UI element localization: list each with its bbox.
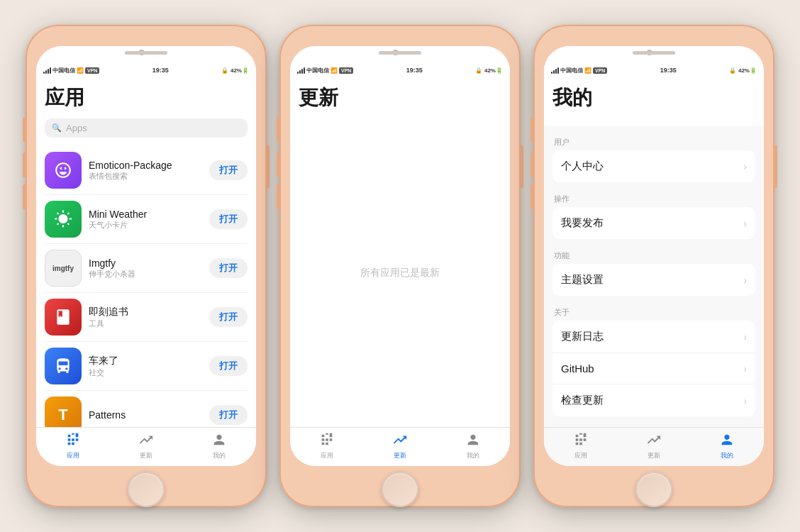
status-left-1: 中国电信 📶 VPN bbox=[43, 67, 99, 74]
mine-row-profile[interactable]: 个人中心 › bbox=[552, 150, 755, 182]
tab-bar-3: 应用 更新 我的 bbox=[544, 427, 764, 466]
search-icon: 🔍 bbox=[52, 123, 62, 133]
wifi-icon-1: 📶 bbox=[77, 67, 84, 74]
app-info-imgtfy: Imgtfy 伸手党小杀器 bbox=[89, 257, 209, 279]
mine-section-feature: 功能 主题设置 › bbox=[552, 250, 755, 296]
phone-top-3 bbox=[544, 46, 764, 62]
app-icon-emoticon bbox=[45, 152, 82, 189]
mine-title-area: 我的 bbox=[544, 77, 764, 126]
mine-section-label-feature: 功能 bbox=[552, 250, 755, 261]
tab-label-apps-3: 应用 bbox=[574, 451, 587, 460]
app-name-imgtfy: Imgtfy bbox=[89, 257, 209, 269]
update-tab-icon-2 bbox=[392, 432, 408, 450]
mine-row-theme[interactable]: 主题设置 › bbox=[552, 264, 755, 296]
app-info-weather: Mini Weather 天气小卡片 bbox=[89, 209, 209, 231]
app-info-patterns: Patterns bbox=[89, 409, 209, 421]
battery-3: 42%🔋 bbox=[738, 67, 757, 74]
home-button-2[interactable] bbox=[382, 472, 418, 507]
mine-section-label-action: 操作 bbox=[552, 194, 755, 204]
app-item-bus: 车来了 社交 打开 bbox=[45, 342, 248, 391]
vpn-badge-2: VPN bbox=[339, 67, 353, 74]
open-btn-patterns[interactable]: 打开 bbox=[209, 405, 248, 425]
app-name-emoticon: Emoticon-Package bbox=[89, 160, 209, 171]
wifi-icon-2: 📶 bbox=[330, 67, 338, 74]
status-right-1: 🔒 42%🔋 bbox=[221, 67, 249, 74]
chevron-icon-changelog: › bbox=[743, 331, 747, 343]
mine-section-user: 用户 个人中心 › bbox=[552, 137, 755, 182]
mine-section-action: 操作 我要发布 › bbox=[552, 194, 755, 239]
speaker-3 bbox=[633, 51, 675, 55]
tab-bar-1: 应用 更新 我的 bbox=[36, 427, 256, 466]
open-btn-book[interactable]: 打开 bbox=[209, 307, 248, 327]
app-item-patterns: T Patterns 打开 bbox=[45, 391, 248, 427]
search-placeholder: Apps bbox=[66, 123, 87, 133]
app-subtitle-book: 工具 bbox=[89, 318, 209, 329]
app-subtitle-emoticon: 表情包搜索 bbox=[89, 171, 209, 182]
tab-label-mine-2: 我的 bbox=[467, 451, 479, 460]
status-right-2: 🔒 42%🔋 bbox=[475, 67, 503, 74]
tab-update-3[interactable]: 更新 bbox=[617, 432, 690, 460]
tab-mine-1[interactable]: 我的 bbox=[183, 432, 256, 460]
mine-row-publish[interactable]: 我要发布 › bbox=[552, 207, 755, 239]
tab-label-update-3: 更新 bbox=[648, 451, 660, 460]
phone-top-1 bbox=[36, 46, 256, 62]
tab-apps-1[interactable]: 应用 bbox=[36, 432, 109, 460]
open-btn-emoticon[interactable]: 打开 bbox=[209, 160, 248, 180]
tab-label-apps-2: 应用 bbox=[321, 451, 333, 460]
lock-icon-3: 🔒 bbox=[729, 67, 736, 74]
status-left-2: 中国电信 📶 VPN bbox=[297, 67, 353, 74]
wifi-icon-3: 📶 bbox=[584, 67, 591, 74]
phone-top-2 bbox=[290, 46, 510, 62]
tab-apps-3[interactable]: 应用 bbox=[544, 432, 617, 460]
app-subtitle-weather: 天气小卡片 bbox=[89, 220, 209, 231]
vpn-badge-3: VPN bbox=[593, 67, 607, 74]
signal-1 bbox=[43, 67, 51, 74]
apps-tab-icon-2 bbox=[319, 432, 335, 450]
speaker-1 bbox=[125, 51, 167, 55]
tab-apps-2[interactable]: 应用 bbox=[290, 432, 363, 460]
app-subtitle-bus: 社交 bbox=[89, 367, 209, 378]
search-bar[interactable]: 🔍 Apps bbox=[45, 118, 248, 138]
mine-row-changelog[interactable]: 更新日志 › bbox=[552, 321, 755, 353]
mine-row-github[interactable]: GitHub › bbox=[552, 353, 755, 384]
tab-label-mine-1: 我的 bbox=[213, 451, 226, 460]
tab-update-2[interactable]: 更新 bbox=[363, 432, 436, 460]
app-name-weather: Mini Weather bbox=[89, 209, 209, 220]
app-icon-bus bbox=[45, 348, 82, 384]
tab-label-update-2: 更新 bbox=[394, 451, 406, 460]
mine-tab-icon-1 bbox=[211, 432, 227, 450]
app-icon-patterns: T bbox=[45, 397, 82, 427]
status-left-3: 中国电信 📶 VPN bbox=[551, 67, 607, 74]
open-btn-weather[interactable]: 打开 bbox=[209, 209, 248, 229]
open-btn-imgtfy[interactable]: 打开 bbox=[209, 258, 248, 278]
mine-row-label-profile: 个人中心 bbox=[561, 160, 604, 173]
speaker-2 bbox=[379, 51, 421, 55]
chevron-icon-profile: › bbox=[743, 161, 747, 172]
tab-bar-2: 应用 更新 我的 bbox=[290, 427, 510, 466]
app-info-emoticon: Emoticon-Package 表情包搜索 bbox=[89, 160, 209, 182]
app-info-bus: 车来了 社交 bbox=[89, 355, 209, 378]
open-btn-bus[interactable]: 打开 bbox=[209, 356, 248, 376]
app-name-patterns: Patterns bbox=[89, 409, 209, 421]
mine-card-user: 个人中心 › bbox=[552, 150, 755, 182]
apps-tab-icon-1 bbox=[65, 432, 81, 450]
phone-2-screen: 中国电信 📶 VPN 19:35 🔒 42%🔋 更新 所有应用已是最新 bbox=[290, 46, 510, 466]
mine-row-checkupdate[interactable]: 检查更新 › bbox=[552, 384, 755, 416]
mine-title: 我的 bbox=[552, 84, 755, 111]
tab-update-1[interactable]: 更新 bbox=[109, 432, 182, 460]
mine-tab-icon-2 bbox=[465, 432, 481, 450]
home-button-1[interactable] bbox=[128, 472, 165, 507]
mine-section-label-user: 用户 bbox=[552, 137, 755, 148]
apps-screen-content: 应用 🔍 Apps Emoticon-Package 表情包搜索 bbox=[36, 77, 256, 466]
mine-row-label-changelog: 更新日志 bbox=[561, 330, 604, 343]
tab-mine-3[interactable]: 我的 bbox=[691, 432, 764, 460]
status-right-3: 🔒 42%🔋 bbox=[729, 67, 757, 74]
home-button-3[interactable] bbox=[635, 472, 672, 507]
mine-tab-icon-3 bbox=[719, 432, 735, 450]
tab-mine-2[interactable]: 我的 bbox=[437, 432, 510, 460]
carrier-1: 中国电信 bbox=[52, 67, 75, 74]
apps-screen[interactable]: 应用 🔍 Apps Emoticon-Package 表情包搜索 bbox=[36, 77, 256, 427]
update-screen-content: 更新 所有应用已是最新 应用 bbox=[290, 77, 510, 466]
update-empty-text: 所有应用已是最新 bbox=[360, 267, 440, 279]
app-item-weather: Mini Weather 天气小卡片 打开 bbox=[45, 195, 248, 244]
